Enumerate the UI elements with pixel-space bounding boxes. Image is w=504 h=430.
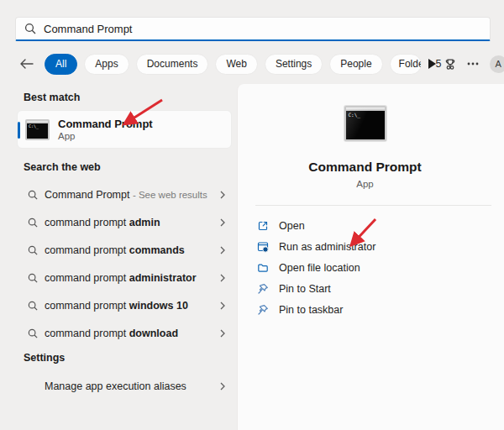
web-suggestion[interactable]: command prompt download [17,319,232,347]
chevron-right-icon [220,191,225,199]
rewards-trophy-icon [444,58,456,71]
rewards-count: 5 [436,58,442,70]
tab-documents[interactable]: Documents [136,54,209,75]
search-input[interactable]: Command Prompt [15,17,491,41]
action-pin-to-start[interactable]: Pin to Start [257,278,496,299]
selection-accent-bar [18,122,20,139]
run-admin-icon [257,241,269,253]
context-actions: Open Run as administrator [257,215,496,320]
chevron-right-icon [220,218,225,227]
search-icon [28,273,38,283]
chevron-right-icon [220,329,225,338]
best-match-title: Command Prompt [58,118,153,130]
tab-web[interactable]: Web [215,54,257,75]
preview-panel: C:\_ Command Prompt App Open [237,84,504,430]
pin-icon [257,304,269,316]
windows-search-flyout: Command Prompt All Apps Documents Web Se… [0,0,504,430]
tab-settings[interactable]: Settings [265,54,323,75]
command-prompt-icon: C:\_ [25,119,50,140]
search-icon [28,245,38,255]
tab-apps[interactable]: Apps [84,54,129,75]
chevron-right-icon [220,246,225,254]
folder-icon [257,262,269,274]
web-suggestion-see-results[interactable]: Command Prompt - See web results [17,181,232,208]
tab-all[interactable]: All [45,54,77,75]
chevron-right-icon [220,382,225,391]
best-match-result[interactable]: C:\_ Command Prompt App [17,110,232,149]
user-avatar[interactable]: A [490,55,504,73]
search-icon [28,301,38,311]
search-icon [28,190,38,200]
best-match-heading: Best match [24,92,80,103]
chevron-right-icon [220,274,225,282]
open-external-icon [257,220,269,232]
header-right-group: 5 A [436,55,504,73]
web-suggestion[interactable]: command prompt admin [17,208,232,236]
rewards-indicator[interactable]: 5 [436,58,456,71]
preview-subtitle: App [356,179,373,189]
settings-result-manage-aliases[interactable]: Manage app execution aliases [17,372,232,400]
search-icon [24,23,36,34]
best-match-subtitle: App [58,130,153,142]
web-suggestion[interactable]: command prompt windows 10 [17,291,232,319]
search-web-heading: Search the web [24,161,101,173]
search-icon [28,328,38,338]
preview-title: Command Prompt [308,160,421,175]
chevron-right-icon [220,302,225,310]
action-pin-to-taskbar[interactable]: Pin to taskbar [257,299,496,320]
action-open[interactable]: Open [257,215,496,236]
tab-people[interactable]: People [329,54,382,75]
web-suggestion[interactable]: command prompt administrator [17,264,232,291]
command-prompt-icon-large: C:\_ [344,106,386,141]
action-run-as-administrator[interactable]: Run as administrator [257,236,496,257]
filter-tabs-row: All Apps Documents Web Settings People F… [20,52,491,76]
pin-icon [257,283,269,295]
settings-heading: Settings [24,352,65,364]
tabs-overflow-arrow-icon[interactable] [428,59,436,69]
back-button[interactable] [20,57,34,71]
search-icon [28,218,38,228]
action-open-file-location[interactable]: Open file location [257,257,496,278]
web-suggestions-list: Command Prompt - See web results command… [17,181,232,347]
filter-pills: All Apps Documents Web Settings People F… [45,54,422,75]
tab-folders[interactable]: Folders [390,54,422,75]
search-query-text: Command Prompt [44,23,132,35]
web-suggestion[interactable]: command prompt commands [17,236,232,264]
more-options-icon[interactable] [467,62,479,66]
preview-divider [255,205,491,206]
